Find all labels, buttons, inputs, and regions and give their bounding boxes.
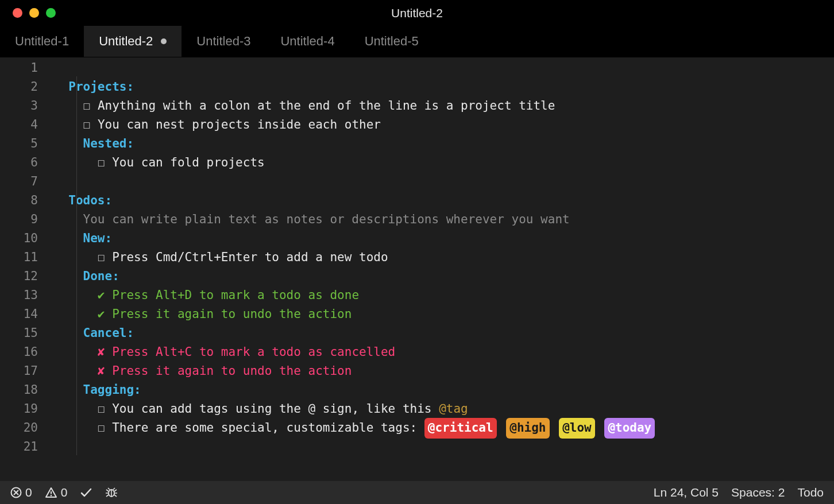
- tab-label: Untitled-4: [280, 34, 334, 49]
- line-number: 16: [0, 343, 54, 362]
- line-number: 14: [0, 305, 54, 324]
- code-line[interactable]: ☐ Anything with a colon at the end of th…: [54, 96, 834, 115]
- tab-untitled-4[interactable]: Untitled-4: [265, 26, 349, 57]
- tag-critical: @critical: [424, 418, 497, 439]
- line-number: 10: [0, 229, 54, 248]
- code-line[interactable]: ☐ You can fold projects: [54, 153, 834, 172]
- todo-text: You can nest projects inside each other: [98, 115, 381, 134]
- titlebar: Untitled-2: [0, 0, 834, 26]
- done-text: Press it again to undo the action: [112, 305, 352, 324]
- project-header: Todos:: [68, 191, 112, 210]
- indent-guide: [76, 76, 77, 455]
- errors-count: 0: [25, 486, 32, 499]
- warnings-indicator[interactable]: 0: [45, 486, 68, 499]
- indentation-selector[interactable]: Spaces: 2: [731, 486, 785, 499]
- code-line[interactable]: ✘ Press it again to undo the action: [54, 362, 834, 381]
- bug-icon: [105, 487, 118, 498]
- line-number: 18: [0, 381, 54, 400]
- tab-label: Untitled-1: [15, 34, 69, 49]
- code-line[interactable]: Done:: [54, 267, 834, 286]
- tab-untitled-3[interactable]: Untitled-3: [182, 26, 265, 57]
- line-number: 15: [0, 324, 54, 343]
- code-line[interactable]: Projects:: [54, 77, 834, 96]
- tab-label: Untitled-3: [196, 34, 250, 49]
- check-icon: ✔: [98, 286, 105, 305]
- code-line[interactable]: ✘ Press Alt+C to mark a todo as cancelle…: [54, 343, 834, 362]
- svg-point-2: [50, 495, 51, 496]
- code-line[interactable]: You can write plain text as notes or des…: [54, 210, 834, 229]
- code-line[interactable]: [54, 172, 834, 191]
- status-bar: 0 0 Ln 24, Col 5 Spaces: 2 Todo: [0, 481, 834, 504]
- sync-status[interactable]: [80, 487, 92, 498]
- code-line[interactable]: ✔ Press it again to undo the action: [54, 305, 834, 324]
- code-line[interactable]: ☐ You can add tags using the @ sign, lik…: [54, 400, 834, 418]
- code-line[interactable]: ☐ Press Cmd/Ctrl+Enter to add a new todo: [54, 248, 834, 267]
- checkbox-icon: ☐: [98, 248, 105, 267]
- tab-bar: Untitled-1 Untitled-2 Untitled-3 Untitle…: [0, 26, 834, 57]
- project-header: Tagging:: [83, 381, 141, 400]
- dirty-indicator-icon: [161, 38, 167, 44]
- code-line[interactable]: [54, 59, 834, 77]
- line-number: 5: [0, 134, 54, 153]
- tab-untitled-1[interactable]: Untitled-1: [0, 26, 84, 57]
- line-number: 4: [0, 115, 54, 134]
- code-line[interactable]: New:: [54, 229, 834, 248]
- code-line[interactable]: ☐ There are some special, customizable t…: [54, 418, 834, 437]
- checkbox-icon: ☐: [83, 96, 91, 115]
- code-line[interactable]: ✔ Press Alt+D to mark a todo as done: [54, 286, 834, 305]
- line-number: 11: [0, 248, 54, 267]
- project-header: Nested:: [83, 134, 134, 153]
- warnings-count: 0: [61, 486, 68, 499]
- window-controls: [13, 8, 56, 18]
- code-line[interactable]: Todos:: [54, 191, 834, 210]
- todo-text: You can fold projects: [112, 153, 265, 172]
- cursor-position[interactable]: Ln 24, Col 5: [654, 486, 719, 499]
- tab-untitled-5[interactable]: Untitled-5: [350, 26, 434, 57]
- line-number: 3: [0, 96, 54, 115]
- maximize-window-button[interactable]: [46, 8, 56, 18]
- tag-high: @high: [506, 418, 549, 439]
- line-number-gutter: 1 2 3 4 5 6 7 8 9 10 11 12 13 14 15 16 1…: [0, 57, 54, 481]
- code-line[interactable]: Cancel:: [54, 324, 834, 343]
- tab-label: Untitled-5: [365, 34, 419, 49]
- line-number: 21: [0, 437, 54, 456]
- cancelled-text: Press it again to undo the action: [112, 362, 352, 381]
- check-icon: ✔: [98, 305, 105, 324]
- code-line[interactable]: ☐ You can nest projects inside each othe…: [54, 115, 834, 134]
- todo-text: Anything with a colon at the end of the …: [98, 96, 555, 115]
- error-icon: [10, 487, 22, 498]
- window-title: Untitled-2: [391, 6, 443, 20]
- done-text: Press Alt+D to mark a todo as done: [112, 286, 359, 305]
- project-header: New:: [83, 229, 113, 248]
- line-number: 12: [0, 267, 54, 286]
- checkbox-icon: ☐: [83, 115, 91, 134]
- code-area[interactable]: Projects: ☐ Anything with a colon at the…: [54, 57, 834, 481]
- checkbox-icon: ☐: [98, 153, 105, 172]
- code-line[interactable]: Nested:: [54, 134, 834, 153]
- tab-untitled-2[interactable]: Untitled-2: [84, 26, 182, 57]
- tab-label: Untitled-2: [99, 34, 153, 49]
- code-line[interactable]: Tagging:: [54, 381, 834, 400]
- tag-low: @low: [559, 418, 595, 439]
- project-header: Done:: [83, 267, 119, 286]
- line-number: 2: [0, 77, 54, 96]
- tag-today: @today: [604, 418, 655, 439]
- checkbox-icon: ☐: [98, 418, 105, 437]
- code-line[interactable]: [54, 437, 834, 456]
- line-number: 9: [0, 210, 54, 229]
- todo-text: You can add tags using the @ sign, like …: [112, 400, 439, 418]
- debug-indicator[interactable]: [105, 487, 118, 498]
- editor[interactable]: 1 2 3 4 5 6 7 8 9 10 11 12 13 14 15 16 1…: [0, 57, 834, 481]
- project-header: Projects:: [68, 77, 134, 96]
- cross-icon: ✘: [98, 362, 105, 381]
- cross-icon: ✘: [98, 343, 105, 362]
- errors-indicator[interactable]: 0: [10, 486, 32, 499]
- minimize-window-button[interactable]: [29, 8, 39, 18]
- language-mode[interactable]: Todo: [797, 486, 824, 499]
- close-window-button[interactable]: [13, 8, 22, 18]
- line-number: 8: [0, 191, 54, 210]
- line-number: 1: [0, 59, 54, 77]
- warning-icon: [45, 487, 57, 498]
- note-text: You can write plain text as notes or des…: [83, 210, 570, 229]
- line-number: 17: [0, 362, 54, 381]
